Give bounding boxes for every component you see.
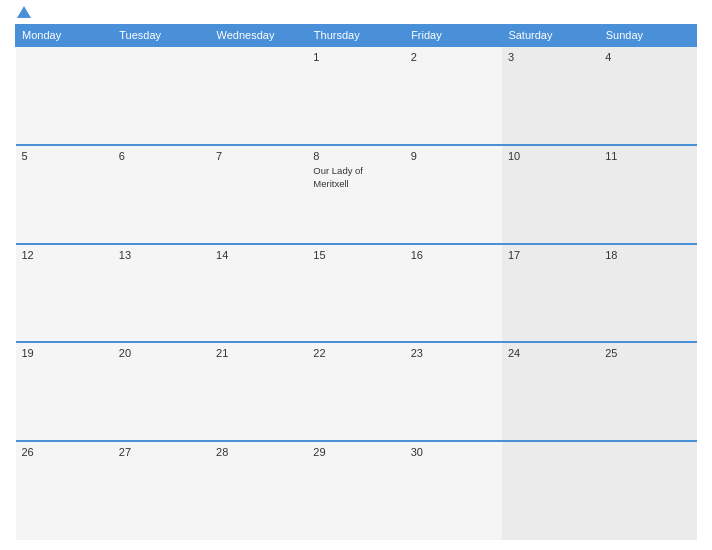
- calendar-cell: 12: [16, 244, 113, 343]
- week-row-1: 1234: [16, 46, 697, 145]
- day-number: 11: [605, 150, 690, 162]
- day-number: 9: [411, 150, 496, 162]
- calendar-cell: 19: [16, 342, 113, 441]
- calendar-cell: 10: [502, 145, 599, 244]
- calendar-cell: 14: [210, 244, 307, 343]
- calendar-cell: 11: [599, 145, 696, 244]
- calendar-cell: 7: [210, 145, 307, 244]
- calendar-cell: 28: [210, 441, 307, 540]
- day-header-monday: Monday: [16, 25, 113, 47]
- logo: [15, 10, 31, 18]
- logo-triangle-icon: [17, 6, 31, 18]
- calendar-cell: 25: [599, 342, 696, 441]
- day-header-saturday: Saturday: [502, 25, 599, 47]
- day-number: 7: [216, 150, 301, 162]
- week-row-3: 12131415161718: [16, 244, 697, 343]
- day-number: 4: [605, 51, 690, 63]
- day-number: 6: [119, 150, 204, 162]
- day-number: 13: [119, 249, 204, 261]
- day-number: 18: [605, 249, 690, 261]
- header: [15, 10, 697, 18]
- calendar-cell: 2: [405, 46, 502, 145]
- day-number: 23: [411, 347, 496, 359]
- calendar-cell: [113, 46, 210, 145]
- day-number: 10: [508, 150, 593, 162]
- calendar-cell: 24: [502, 342, 599, 441]
- day-number: 5: [22, 150, 107, 162]
- week-row-4: 19202122232425: [16, 342, 697, 441]
- calendar-cell: [16, 46, 113, 145]
- day-number: 19: [22, 347, 107, 359]
- day-number: 30: [411, 446, 496, 458]
- day-number: 26: [22, 446, 107, 458]
- day-number: 2: [411, 51, 496, 63]
- calendar-cell: 17: [502, 244, 599, 343]
- calendar-cell: [502, 441, 599, 540]
- day-header-friday: Friday: [405, 25, 502, 47]
- calendar-cell: 22: [307, 342, 404, 441]
- calendar-cell: 9: [405, 145, 502, 244]
- day-number: 29: [313, 446, 398, 458]
- day-number: 28: [216, 446, 301, 458]
- calendar-cell: 6: [113, 145, 210, 244]
- calendar-cell: 30: [405, 441, 502, 540]
- day-number: 20: [119, 347, 204, 359]
- day-number: 1: [313, 51, 398, 63]
- calendar-cell: 8Our Lady of Meritxell: [307, 145, 404, 244]
- calendar-cell: 20: [113, 342, 210, 441]
- day-number: 3: [508, 51, 593, 63]
- calendar-cell: 4: [599, 46, 696, 145]
- day-number: 21: [216, 347, 301, 359]
- page: MondayTuesdayWednesdayThursdayFridaySatu…: [0, 0, 712, 550]
- day-number: 25: [605, 347, 690, 359]
- day-header-sunday: Sunday: [599, 25, 696, 47]
- day-number: 27: [119, 446, 204, 458]
- calendar-cell: 5: [16, 145, 113, 244]
- calendar-cell: 1: [307, 46, 404, 145]
- event-text: Our Lady of Meritxell: [313, 165, 363, 189]
- day-header-thursday: Thursday: [307, 25, 404, 47]
- week-row-2: 5678Our Lady of Meritxell91011: [16, 145, 697, 244]
- day-number: 17: [508, 249, 593, 261]
- week-row-5: 2627282930: [16, 441, 697, 540]
- day-number: 15: [313, 249, 398, 261]
- calendar-cell: [599, 441, 696, 540]
- calendar-cell: 16: [405, 244, 502, 343]
- day-header-tuesday: Tuesday: [113, 25, 210, 47]
- calendar-cell: 21: [210, 342, 307, 441]
- calendar-table: MondayTuesdayWednesdayThursdayFridaySatu…: [15, 24, 697, 540]
- calendar-cell: [210, 46, 307, 145]
- day-number: 8: [313, 150, 398, 162]
- day-header-row: MondayTuesdayWednesdayThursdayFridaySatu…: [16, 25, 697, 47]
- calendar-cell: 23: [405, 342, 502, 441]
- calendar-cell: 13: [113, 244, 210, 343]
- calendar-cell: 18: [599, 244, 696, 343]
- calendar-cell: 29: [307, 441, 404, 540]
- calendar-cell: 27: [113, 441, 210, 540]
- calendar-cell: 26: [16, 441, 113, 540]
- day-header-wednesday: Wednesday: [210, 25, 307, 47]
- day-number: 16: [411, 249, 496, 261]
- day-number: 22: [313, 347, 398, 359]
- calendar-cell: 15: [307, 244, 404, 343]
- calendar-cell: 3: [502, 46, 599, 145]
- day-number: 14: [216, 249, 301, 261]
- day-number: 12: [22, 249, 107, 261]
- day-number: 24: [508, 347, 593, 359]
